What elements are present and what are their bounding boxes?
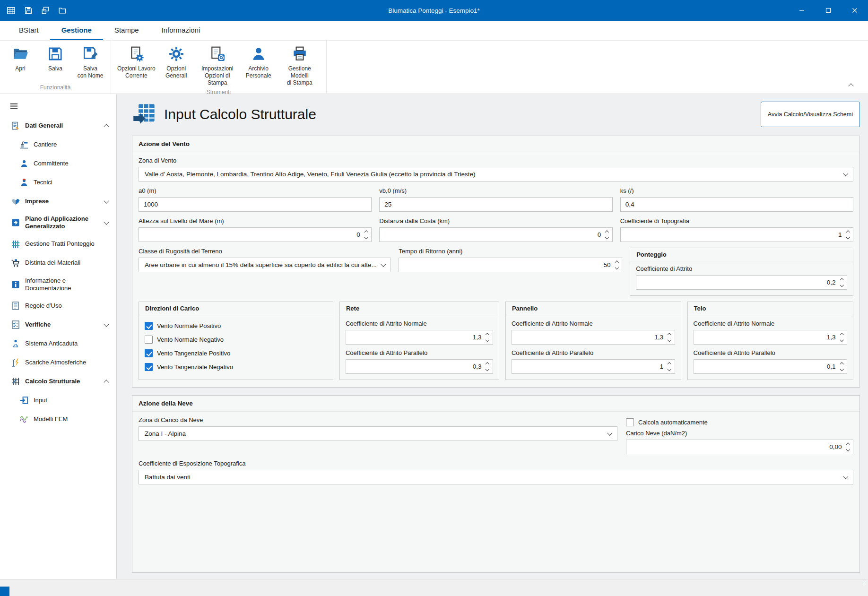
tab-stampe[interactable]: Stampe [103,21,150,40]
ponteggio-box-title: Ponteggio [630,248,853,261]
spinner-arrows[interactable] [841,363,843,370]
chevron-down-icon [607,431,612,436]
opzioni-lavoro-corrente-button[interactable]: Opzioni Lavoro Corrente [115,43,158,81]
sidebar-item-committente[interactable]: Committente [0,154,116,173]
rugosita-select[interactable]: Aree urbane in cui almeno il 15% della s… [139,258,391,272]
checkbox-calcola-automaticamente[interactable]: Calcola automaticamente [626,416,853,428]
sidebar-item-modelli-fem[interactable]: Modelli FEM [0,410,116,429]
spinner-arrows[interactable] [841,279,843,286]
minimize-button[interactable] [789,0,815,21]
pannello-attrito-parallelo-input[interactable]: 1 [512,359,675,374]
client-icon [19,159,29,169]
checkbox-vento-normale-positivo[interactable]: Vento Normale Positivo [145,319,327,333]
ribbon-group-label: Funzionalità [4,84,107,94]
rete-attrito-normale-input[interactable]: 1,3 [346,330,493,345]
spinner-arrows[interactable] [606,231,608,238]
spinner-arrows[interactable] [841,334,843,341]
chevron-down-icon [103,324,110,326]
zona-vento-label: Zona di Vento [139,157,853,164]
tab-bstart[interactable]: BStart [8,21,50,40]
sidebar-item-imprese[interactable]: Imprese [0,192,116,211]
sidebar-item-regole-duso[interactable]: Regole d'Uso [0,296,116,315]
rules-icon [10,301,20,311]
checkbox-icon [145,322,153,330]
ribbon-group-label: Strumenti [115,88,322,98]
close-button[interactable] [842,0,868,21]
carico-neve-label: Carico Neve (daN/m2) [626,430,853,437]
pannello-attrito-normale-input[interactable]: 1,3 [512,330,675,345]
maximize-button[interactable] [815,0,842,21]
ks-label: ks (/) [620,187,853,194]
ponteggio-attrito-input[interactable]: 0,2 [636,275,847,290]
sidebar-item-sistema-anticaduta[interactable]: Sistema Anticaduta [0,334,116,353]
spinner-arrows[interactable] [486,363,489,370]
telo-attrito-normale-input[interactable]: 1,3 [694,330,847,345]
spinner-arrows[interactable] [668,334,671,341]
sidebar-item-input[interactable]: Input [0,391,116,410]
export-icon[interactable] [41,6,50,15]
spinner-arrows[interactable] [847,231,850,238]
sidebar-item-tecnici[interactable]: Tecnici [0,173,116,192]
pannello-box: Pannello Coefficiente di Attrito Normale… [505,302,681,380]
apri-button[interactable]: Apri [4,43,37,74]
salva-con-nome-button[interactable]: Salva con Nome [74,43,107,81]
sidebar-item-gestione-tratti-ponteggio[interactable]: Gestione Tratti Ponteggio [0,235,116,254]
sidebar-item-calcolo-strutturale[interactable]: Calcolo Strutturale [0,372,116,391]
save-icon[interactable] [24,6,33,15]
ribbon-collapse-button[interactable] [847,82,855,88]
tab-informazioni[interactable]: Informazioni [150,21,212,40]
zona-neve-select[interactable]: Zona I - Alpina [139,426,617,441]
folder-open-icon[interactable] [58,6,67,15]
checkbox-icon [626,418,634,426]
a0-input[interactable]: 1000 [139,197,372,212]
checkbox-vento-tangenziale-positivo[interactable]: Vento Tangenziale Positivo [145,346,327,360]
tab-gestione[interactable]: Gestione [50,21,103,40]
ponteggio-box: Ponteggio Coefficiente di Attrito 0,2 [630,248,853,296]
spinner-arrows[interactable] [616,261,618,268]
sidebar-item-dati-generali[interactable]: Dati Generali [0,116,116,135]
resize-grip[interactable]: ⁙ [862,580,866,586]
rete-attrito-parallelo-input[interactable]: 0,3 [346,359,493,374]
chevron-down-icon [103,200,110,203]
tempo-ritorno-input[interactable]: 50 [399,258,622,272]
salva-button[interactable]: Salva [39,43,72,74]
chevron-down-icon [843,171,848,176]
menubar: BStart Gestione Stampe Informazioni [0,21,868,41]
companies-icon [10,197,20,207]
zona-vento-select[interactable]: Valle d' Aosta, Piemonte, Lombardia, Tre… [139,167,853,181]
sidebar-item-piano-applicazione[interactable]: Piano di Applicazione Generalizzato [0,211,116,235]
sidebar-item-distinta-materiali[interactable]: Distinta dei Materiali [0,254,116,273]
spinner-arrows[interactable] [486,334,489,341]
ks-input[interactable]: 0,4 [620,197,853,212]
spinner-arrows[interactable] [847,443,850,450]
spinner-arrows[interactable] [365,231,368,238]
avvia-calcolo-button[interactable]: Avvia Calcolo/Visualizza Schemi [761,102,860,127]
checkbox-vento-tangenziale-negativo[interactable]: Vento Tangenziale Negativo [145,360,327,374]
impostazioni-opzioni-stampa-button[interactable]: Impostazioni Opzioni di Stampa [195,43,240,88]
sidebar-item-scariche-atmosferiche[interactable]: Scariche Atmosferiche [0,353,116,372]
sidebar-item-cantiere[interactable]: Cantiere [0,135,116,154]
checkbox-icon [145,363,153,371]
sidebar-item-verifiche[interactable]: Verifiche [0,315,116,334]
carico-neve-input[interactable]: 0,00 [626,440,853,454]
archivio-personale-button[interactable]: Archivio Personale [242,43,275,81]
telo-attrito-parallelo-input[interactable]: 0,1 [694,359,847,374]
snow-section-title: Azione della Neve [132,396,859,412]
coeff-topografia-input[interactable]: 1 [620,227,853,242]
document-gear-icon [128,45,145,62]
altezza-mare-input[interactable]: 0 [139,227,372,242]
distanza-costa-input[interactable]: 0 [379,227,612,242]
esposizione-topografica-label: Coefficiente di Esposizione Topografica [139,460,853,467]
gestione-modelli-stampa-button[interactable]: Gestione Modelli di Stampa [277,43,322,88]
checkbox-vento-normale-negativo[interactable]: Vento Normale Negativo [145,333,327,346]
page-title: Input Calcolo Strutturale [164,106,316,122]
opzioni-generali-button[interactable]: Opzioni Generali [160,43,193,81]
esposizione-topografica-select[interactable]: Battuta dai venti [139,470,853,484]
vb0-input[interactable]: 25 [379,197,612,212]
main-panel: Input Calcolo Strutturale Avvia Calcolo/… [117,94,868,579]
sidebar-item-informazione-documentazione[interactable]: Informazione e Documentazione [0,273,116,297]
spinner-arrows[interactable] [668,363,671,370]
rete-box-title: Rete [340,302,499,315]
rete-box: Rete Coefficiente di Attrito Normale 1,3 [339,302,499,380]
hamburger-menu-button[interactable] [0,94,116,116]
